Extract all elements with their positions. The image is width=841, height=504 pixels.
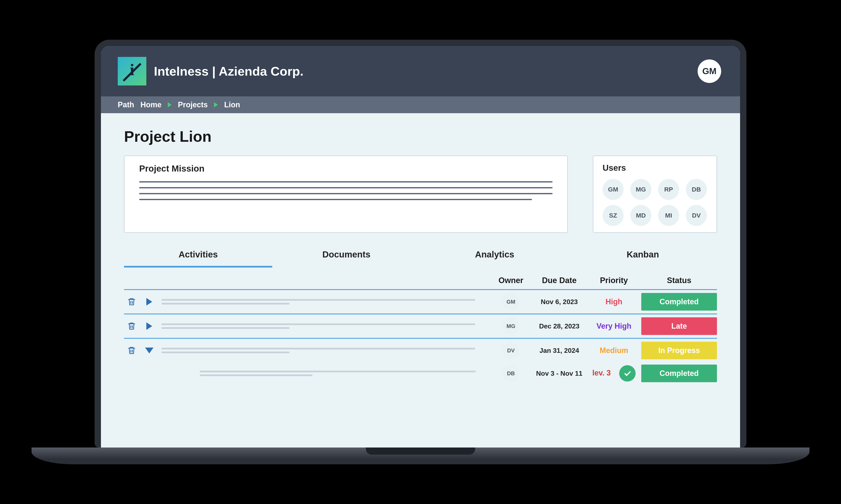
user-avatar[interactable]: MG xyxy=(630,179,651,200)
chevron-right-icon xyxy=(168,102,172,107)
current-user-avatar[interactable]: GM xyxy=(698,59,721,83)
owner-avatar[interactable]: DB xyxy=(502,365,519,382)
user-avatar[interactable]: GM xyxy=(603,179,623,200)
breadcrumb-lion[interactable]: Lion xyxy=(224,101,240,109)
due-date: Nov 3 - Nov 11 xyxy=(532,370,587,377)
status-badge: Completed xyxy=(641,293,717,311)
tab-documents[interactable]: Documents xyxy=(272,245,420,268)
app-logo[interactable]: i xyxy=(118,57,146,86)
tab-analytics[interactable]: Analytics xyxy=(420,245,569,268)
collapse-icon[interactable] xyxy=(144,345,155,356)
activity-text-placeholder xyxy=(161,348,490,353)
breadcrumb-home[interactable]: Home xyxy=(140,101,161,109)
due-date: Nov 6, 2023 xyxy=(532,298,587,306)
trash-icon[interactable] xyxy=(126,296,137,307)
user-avatar[interactable]: RP xyxy=(658,179,679,200)
users-card: Users GM MG RP DB SZ MD MI DV xyxy=(593,156,717,233)
mission-title: Project Mission xyxy=(139,164,552,174)
chevron-right-icon xyxy=(214,102,218,107)
trash-icon[interactable] xyxy=(126,321,137,331)
user-avatar[interactable]: DV xyxy=(686,205,707,226)
activity-text-placeholder xyxy=(161,323,490,329)
table-subrow[interactable]: DB Nov 3 - Nov 11 lev. 3 Completed xyxy=(124,362,717,384)
user-avatar[interactable]: MI xyxy=(658,205,679,226)
owner-avatar[interactable]: MG xyxy=(502,318,519,335)
status-badge: Late xyxy=(641,317,717,335)
tab-activities[interactable]: Activities xyxy=(124,245,272,268)
activity-text-placeholder xyxy=(200,371,490,376)
priority-badge: Medium xyxy=(587,346,641,355)
priority-badge: Very High xyxy=(587,322,641,330)
trash-icon[interactable] xyxy=(126,345,137,356)
app-title: Intelness | Azienda Corp. xyxy=(154,64,303,78)
col-due: Due Date xyxy=(532,276,587,285)
expand-icon[interactable] xyxy=(144,321,155,331)
users-title: Users xyxy=(603,163,707,173)
user-avatar[interactable]: SZ xyxy=(603,205,623,226)
brand: i Intelness | Azienda Corp. xyxy=(118,57,303,86)
due-date: Jan 31, 2024 xyxy=(532,347,587,355)
col-priority: Priority xyxy=(587,276,641,285)
priority-badge: High xyxy=(587,298,641,306)
breadcrumb-label: Path xyxy=(118,101,134,109)
topbar: i Intelness | Azienda Corp. GM xyxy=(101,46,740,96)
col-owner: Owner xyxy=(490,276,532,285)
check-icon xyxy=(619,365,636,382)
col-status: Status xyxy=(641,276,717,285)
table-row[interactable]: GM Nov 6, 2023 High Completed xyxy=(124,289,717,313)
due-date: Dec 28, 2023 xyxy=(532,322,587,330)
owner-avatar[interactable]: DV xyxy=(502,342,519,359)
status-badge: In Progress xyxy=(641,342,717,359)
user-avatar[interactable]: DB xyxy=(686,179,707,200)
table-row[interactable]: MG Dec 28, 2023 Very High Late xyxy=(124,313,717,338)
priority-badge: lev. 3 xyxy=(587,365,641,382)
table-row[interactable]: DV Jan 31, 2024 Medium In Progress xyxy=(124,338,717,362)
mission-card: Project Mission xyxy=(124,156,568,233)
mission-text-placeholder xyxy=(139,181,552,200)
activity-text-placeholder xyxy=(161,299,490,305)
tab-kanban[interactable]: Kanban xyxy=(569,245,717,268)
expand-icon[interactable] xyxy=(144,296,155,307)
user-avatar[interactable]: MD xyxy=(630,205,651,226)
status-badge: Completed xyxy=(641,364,717,382)
page-title: Project Lion xyxy=(124,128,717,145)
activities-table: Owner Due Date Priority Status xyxy=(124,274,717,384)
owner-avatar[interactable]: GM xyxy=(502,293,519,310)
breadcrumb-projects[interactable]: Projects xyxy=(178,101,208,109)
tabs: Activities Documents Analytics Kanban xyxy=(124,245,717,268)
breadcrumb: Path Home Projects Lion xyxy=(101,96,740,113)
